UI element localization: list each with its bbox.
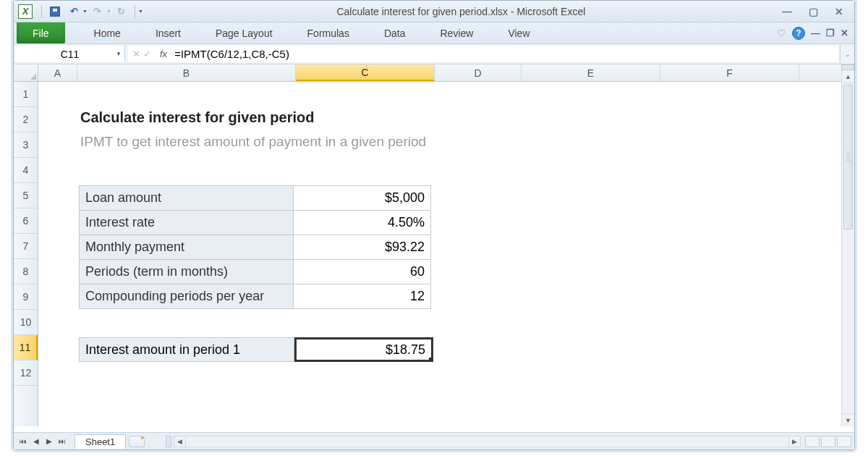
undo-button[interactable]: ↶ [65,4,82,20]
sheet-nav-last[interactable]: ⏭ [56,435,69,448]
redo-icon: ↷ [93,6,101,17]
vscroll-thumb[interactable] [843,85,853,229]
row-header-3[interactable]: 3 [14,132,38,158]
table-value[interactable]: $93.22 [294,235,431,260]
hsplit-handle[interactable] [166,436,171,447]
col-header-B[interactable]: B [77,64,296,81]
row-header-12[interactable]: 12 [14,360,38,386]
undo-dropdown[interactable]: ▼ [82,9,88,14]
row-header-10[interactable]: 10 [14,310,38,335]
minimize-button[interactable]: — [779,5,795,18]
data-table: Loan amount$5,000Interest rate4.50%Month… [79,185,431,309]
table-label[interactable]: Interest rate [80,211,294,235]
row-header-5[interactable]: 5 [14,183,38,208]
worksheet-grid[interactable]: ABCDEF 123456789101112 Calculate interes… [14,64,854,426]
formula-bar: ▼ ✕ ✓ fx ⌄ [14,44,854,64]
table-value[interactable]: 4.50% [294,211,431,235]
workbook-restore[interactable]: ❐ [826,28,835,38]
repeat-icon: ↻ [117,6,125,17]
col-header-E[interactable]: E [522,64,660,81]
table-value[interactable]: 60 [294,260,431,284]
redo-button[interactable]: ↷ [89,4,106,20]
horizontal-scrollbar[interactable]: ◀ ▶ [174,436,801,447]
col-header-F[interactable]: F [660,64,799,81]
col-header-D[interactable]: D [435,64,522,81]
sheet-tab-active[interactable]: Sheet1 [75,434,126,449]
name-box-dropdown-icon[interactable]: ▼ [116,51,122,57]
sheet-tab-bar: ⏮ ◀ ▶ ⏭ Sheet1 ◀ ▶ [14,432,854,449]
tab-review[interactable]: Review [423,22,491,43]
sheet-subtitle: IPMT to get interest amount of payment i… [80,134,426,150]
ribbon: File Home Insert Page Layout Formulas Da… [14,22,854,44]
tab-home[interactable]: Home [77,22,138,43]
expand-formula-bar[interactable]: ⌄ [840,44,854,64]
save-icon [50,7,60,17]
result-label[interactable]: Interest amount in period 1 [79,337,294,362]
fx-icon[interactable]: fx [160,48,167,59]
enter-formula-icon: ✓ [143,48,151,59]
tab-insert[interactable]: Insert [138,22,198,43]
excel-app-icon[interactable]: X [18,4,33,19]
vertical-scrollbar[interactable]: ▲ ▼ [841,64,854,426]
scroll-left-icon[interactable]: ◀ [174,436,186,447]
row-header-4[interactable]: 4 [14,158,38,183]
col-header-A[interactable]: A [38,64,77,81]
new-sheet-button[interactable] [129,436,145,447]
formula-input[interactable] [171,48,838,60]
name-box[interactable]: ▼ [15,46,125,62]
table-label[interactable]: Compounding periods per year [80,284,294,309]
page-break-view-button[interactable] [837,436,851,447]
table-value[interactable]: 12 [294,284,431,309]
row-header-1[interactable]: 1 [14,82,38,107]
scroll-down-icon[interactable]: ▼ [842,413,854,426]
cancel-formula-icon: ✕ [132,48,140,59]
name-box-input[interactable] [15,48,124,60]
qat-customize[interactable]: ▼ [138,9,143,14]
repeat-button[interactable]: ↻ [113,4,130,20]
tab-view[interactable]: View [490,22,547,43]
table-label[interactable]: Monthly payment [80,235,294,260]
row-header-6[interactable]: 6 [14,208,38,234]
file-tab[interactable]: File [17,22,65,43]
save-button[interactable] [46,4,64,20]
sheet-nav-next[interactable]: ▶ [43,435,56,448]
table-value[interactable]: $5,000 [294,186,431,211]
row-header-7[interactable]: 7 [14,234,38,259]
row-header-2[interactable]: 2 [14,107,38,132]
page-layout-view-button[interactable] [821,436,835,447]
sheet-nav-prev[interactable]: ◀ [30,435,43,448]
tab-formulas[interactable]: Formulas [290,22,367,43]
active-cell[interactable]: $18.75 [294,337,433,362]
tab-data[interactable]: Data [367,22,423,43]
row-header-11[interactable]: 11 [14,335,38,360]
normal-view-button[interactable] [805,436,820,447]
sheet-title: Calculate interest for given period [80,109,314,126]
table-label[interactable]: Periods (term in months) [80,260,294,284]
vsplit-handle[interactable] [841,64,854,70]
title-bar: X ↶ ▼ ↷ ▼ ↻ ▼ Calculate interest for giv… [14,1,854,22]
scroll-right-icon[interactable]: ▶ [788,436,800,447]
window-title: Calculate interest for given period.xlsx… [143,6,779,17]
close-button[interactable]: ✕ [831,5,847,18]
select-all-corner[interactable] [14,64,38,81]
workbook-minimize[interactable]: — [811,28,820,38]
row-header-9[interactable]: 9 [14,284,38,310]
tab-page-layout[interactable]: Page Layout [198,22,290,43]
redo-dropdown[interactable]: ▼ [106,9,111,14]
scroll-up-icon[interactable]: ▲ [842,70,854,83]
maximize-button[interactable]: ▢ [805,5,821,18]
excel-window: X ↶ ▼ ↷ ▼ ↻ ▼ Calculate interest for giv… [13,0,855,450]
workbook-close[interactable]: ✕ [841,28,848,38]
quick-access-toolbar: X ↶ ▼ ↷ ▼ ↻ ▼ [18,4,143,20]
undo-icon: ↶ [70,6,78,17]
minimize-ribbon-icon[interactable]: ♡ [777,28,786,39]
sheet-nav-first[interactable]: ⏮ [17,435,30,448]
help-icon[interactable]: ? [792,27,805,40]
table-label[interactable]: Loan amount [80,186,294,211]
row-header-8[interactable]: 8 [14,259,38,284]
cells-area[interactable]: Calculate interest for given period IPMT… [38,82,841,426]
col-header-C[interactable]: C [296,64,435,81]
